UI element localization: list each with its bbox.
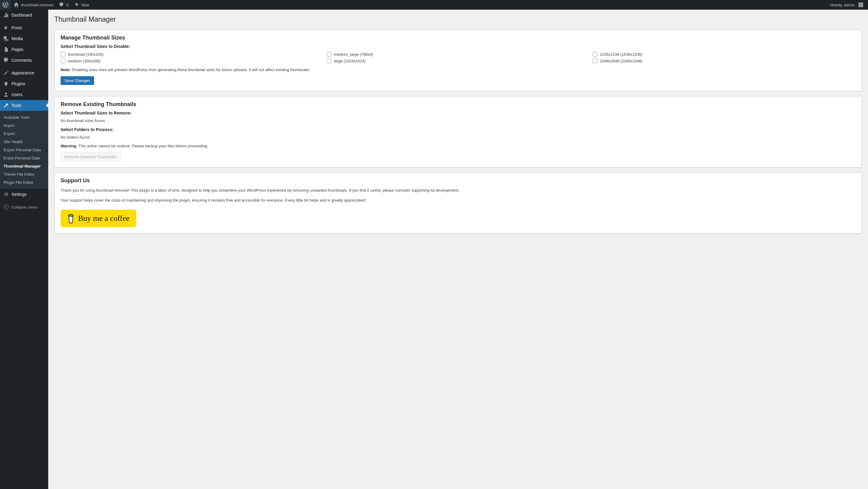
size-label: large (1024x1024) — [334, 59, 366, 63]
wrench-icon — [3, 102, 9, 108]
support-card: Support Us Thank you for using thumbnail… — [54, 172, 862, 233]
sidebar-item-users[interactable]: Users — [0, 89, 48, 100]
size-option[interactable]: 1536x1536 (1536x1536) — [592, 52, 856, 57]
manage-sizes-card: Manage Thumbnail Sizes Select Thumbnail … — [54, 30, 862, 91]
support-p2: Your support helps cover the costs of ma… — [61, 197, 856, 204]
remove-heading: Remove Existing Thumbnails — [61, 101, 856, 107]
checkbox[interactable] — [327, 52, 332, 57]
remove-selected-button[interactable]: Remove Selected Thumbnails — [61, 153, 121, 161]
sidebar-label: Media — [11, 36, 23, 41]
size-label: 1536x1536 (1536x1536) — [600, 52, 642, 57]
comments-icon — [59, 2, 64, 8]
size-label: medium (300x300) — [68, 59, 100, 63]
sidebar-item-dashboard[interactable]: Dashboard — [0, 10, 48, 21]
user-greeting[interactable]: Howdy, admin — [828, 0, 866, 10]
user-icon — [3, 92, 9, 98]
sidebar-label: Tools — [11, 103, 22, 108]
size-label: 2048x2048 (2048x2048) — [600, 59, 642, 63]
sidebar-item-settings[interactable]: Settings — [0, 189, 48, 200]
home-icon — [13, 2, 19, 8]
media-icon — [3, 36, 9, 41]
submenu-site-health[interactable]: Site Health — [0, 138, 48, 146]
checkbox[interactable] — [592, 52, 597, 57]
dashboard-icon — [3, 12, 9, 18]
sidebar-item-appearance[interactable]: Appearance — [0, 67, 48, 78]
size-label: medium_large (768x0) — [334, 52, 373, 57]
submenu-import[interactable]: Import — [0, 122, 48, 130]
sidebar-label: Comments — [11, 58, 32, 63]
collapse-icon — [3, 204, 9, 210]
sidebar-item-comments[interactable]: Comments — [0, 55, 48, 66]
submenu-thumbnail-manager[interactable]: Thumbnail Manager — [0, 162, 48, 170]
note-text: Disabling sizes here will prevent WordPr… — [72, 67, 310, 72]
support-heading: Support Us — [61, 177, 856, 184]
size-option[interactable]: medium (300x300) — [61, 59, 324, 63]
warning-text: This action cannot be undone. Please bac… — [79, 144, 208, 148]
site-name-text: thumbnail-remover — [21, 3, 54, 7]
coffee-label: Buy me a coffee — [78, 214, 130, 223]
site-name[interactable]: thumbnail-remover — [11, 0, 56, 10]
size-checkbox-grid: thumbnail (150x150) medium_large (768x0)… — [61, 52, 856, 63]
avatar — [858, 2, 863, 7]
size-option[interactable]: thumbnail (150x150) — [61, 52, 324, 57]
submenu-export[interactable]: Export — [0, 130, 48, 138]
new-label: New — [82, 3, 89, 7]
size-option[interactable]: 2048x2048 (2048x2048) — [592, 59, 856, 63]
manage-subheading: Select Thumbnail Sizes to Disable: — [61, 44, 856, 49]
sidebar-label: Plugins — [11, 82, 25, 86]
submenu-erase-personal[interactable]: Erase Personal Data — [0, 154, 48, 162]
pin-icon — [3, 25, 9, 31]
wp-logo[interactable] — [0, 0, 11, 10]
wordpress-icon — [2, 2, 8, 8]
plus-icon — [73, 2, 80, 8]
folders-label: Select Folders to Process: — [61, 127, 856, 132]
submenu-theme-file-editor[interactable]: Theme File Editor — [0, 170, 48, 178]
sidebar-item-plugins[interactable]: Plugins — [0, 78, 48, 89]
checkbox[interactable] — [327, 59, 332, 63]
save-changes-button[interactable]: Save Changes — [61, 76, 94, 85]
brush-icon — [3, 70, 9, 76]
new-content[interactable]: New — [71, 0, 92, 10]
remove-sizes-label: Select Thumbnail Sizes to Remove: — [61, 110, 856, 116]
support-p1: Thank you for using thumbnail-remover! T… — [61, 187, 856, 194]
checkbox[interactable] — [61, 52, 65, 57]
comments-link[interactable]: 0 — [56, 0, 71, 10]
collapse-menu[interactable]: Collapse menu — [0, 202, 48, 213]
plug-icon — [3, 81, 9, 87]
no-sizes-text: No thumbnail sizes found. — [61, 119, 856, 123]
main-content: Thumbnail Manager Manage Thumbnail Sizes… — [48, 10, 868, 246]
size-option[interactable]: medium_large (768x0) — [327, 52, 590, 57]
manage-heading: Manage Thumbnail Sizes — [61, 35, 856, 41]
sidebar-label: Users — [11, 92, 23, 97]
size-label: thumbnail (150x150) — [68, 52, 104, 57]
page-title: Thumbnail Manager — [54, 13, 862, 25]
submenu-available-tools[interactable]: Available Tools — [0, 113, 48, 122]
admin-bar: thumbnail-remover 0 New Howdy, admin — [0, 0, 868, 10]
checkbox[interactable] — [61, 59, 65, 63]
sidebar-label: Settings — [11, 192, 27, 197]
sidebar-item-posts[interactable]: Posts — [0, 22, 48, 33]
checkbox[interactable] — [592, 59, 597, 63]
pages-icon — [3, 46, 9, 53]
manage-note: Note: Disabling sizes here will prevent … — [61, 67, 856, 72]
sidebar-label: Dashboard — [11, 13, 32, 18]
coffee-cup-icon — [67, 213, 74, 224]
submenu-plugin-file-editor[interactable]: Plugin File Editor — [0, 178, 48, 187]
collapse-label: Collapse menu — [11, 205, 38, 209]
remove-thumbnails-card: Remove Existing Thumbnails Select Thumbn… — [54, 96, 862, 167]
sidebar-item-media[interactable]: Media — [0, 33, 48, 44]
no-folders-text: No folders found. — [61, 135, 856, 139]
remove-warning: Warning: This action cannot be undone. P… — [61, 144, 856, 148]
sidebar-item-tools[interactable]: Tools — [0, 100, 48, 111]
comments-count: 0 — [66, 3, 68, 7]
sidebar-label: Posts — [11, 25, 22, 30]
tools-submenu: Available Tools Import Export Site Healt… — [0, 111, 48, 189]
comments-icon — [3, 57, 9, 63]
settings-icon — [3, 191, 9, 197]
sidebar-label: Appearance — [11, 70, 34, 75]
buy-coffee-button[interactable]: Buy me a coffee — [61, 210, 136, 227]
size-option[interactable]: large (1024x1024) — [327, 59, 590, 63]
sidebar-item-pages[interactable]: Pages — [0, 44, 48, 55]
admin-sidebar: Dashboard Posts Media Pages Comments App… — [0, 10, 48, 246]
submenu-export-personal[interactable]: Export Personal Data — [0, 146, 48, 154]
